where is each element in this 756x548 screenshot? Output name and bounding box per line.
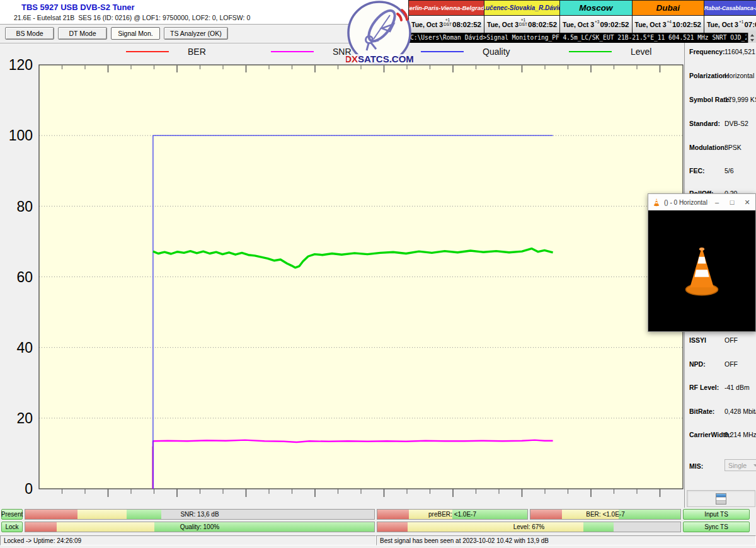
- meter-label-preber: preBER: <1.0E-7: [377, 510, 527, 519]
- param-value: Horizontal: [724, 72, 754, 79]
- meter-quality: Quality: 100%: [25, 522, 375, 532]
- param-label: RF Level:: [689, 384, 719, 391]
- clock-time-cell: Tue, Oct 3+410:02:52: [633, 16, 704, 33]
- vlc-video-area[interactable]: [648, 210, 755, 331]
- meter-label-snr: SNR: 13,6 dB: [25, 510, 374, 519]
- param-label: BitRate:: [689, 408, 714, 415]
- logo-rest: SATCS.COM: [358, 54, 413, 64]
- param-mis: MIS:Single: [689, 462, 755, 481]
- param-value: OFF: [724, 360, 738, 368]
- scroll-down-icon[interactable]: [750, 39, 754, 42]
- satellite-dish-logo-icon: DXSATCS.COM: [346, 0, 413, 67]
- param-symbol-rate: Symbol Rate:179,999 KS/s: [689, 96, 755, 115]
- vlc-close-button[interactable]: ✕: [740, 195, 755, 209]
- timezone-offset: +1: [739, 20, 743, 25]
- tz-offset-value: +3: [595, 20, 599, 25]
- tab-bs-mode[interactable]: BS Mode: [5, 27, 54, 40]
- meter-label-level: Level: 67%: [377, 522, 680, 532]
- clock-time-value: 07:02:52: [744, 21, 756, 28]
- clock-city-dubai: Dubai: [633, 1, 704, 16]
- clock-date: Tue, Oct 3: [411, 21, 443, 28]
- clock-city-berlin-paris-vienna-belgrade: Berlin-Paris-Vienna-Belgrade: [409, 1, 484, 16]
- y-axis-tick-label: 80: [16, 198, 33, 215]
- legend-label: BER: [188, 47, 206, 57]
- signal-chart-panel: BERSNRQualityLevel 020406080100120: [0, 43, 684, 508]
- timezone-offset: +1DST: [444, 18, 452, 27]
- indicator-lock[interactable]: Lock: [1, 522, 23, 532]
- mis-select[interactable]: Single: [724, 459, 756, 471]
- param-value: -41 dBm: [724, 384, 750, 391]
- clock-time-value: 08:02:52: [528, 21, 557, 28]
- clock-time-cell: Tue, Oct 3+107:02:52: [704, 16, 756, 33]
- vlc-maximize-button[interactable]: □: [724, 195, 740, 209]
- best-signal-status: Best signal has been seen at 2023-10-02 …: [376, 535, 756, 545]
- vlc-minimize-button[interactable]: –: [709, 195, 724, 209]
- clock-time-value: 09:02:52: [600, 21, 629, 28]
- legend-swatch-snr: [271, 51, 314, 52]
- param-rf-level: RF Level:-41 dBm: [689, 384, 755, 402]
- clock-city-lu-enec-slovakia-r-d-vid: Lučenec-Slovakia_R.Dávid: [484, 1, 560, 16]
- y-axis-tick-label: 0: [25, 481, 33, 497]
- app-window: TBS 5927 USB DVB-S2 Tuner 21.6E - Eutels…: [0, 0, 756, 548]
- legend-item-level: Level: [569, 47, 651, 57]
- clock-time-cell: Tue, Oct 3+1DST08:02:52: [409, 16, 484, 33]
- clock-city-rabat-casablanca-london: Rabat-Casablanca-London: [704, 1, 756, 16]
- vlc-window-title: () - 0 Horizontal 0 ...: [664, 199, 709, 206]
- meter-preber: preBER: <1.0E-7: [377, 509, 528, 520]
- param-value: 11604,521 MHz: [724, 48, 756, 55]
- param-value: 179,999 KS/s: [724, 96, 756, 103]
- param-label: Polarization:: [689, 72, 729, 79]
- chevron-down-icon: [753, 464, 756, 467]
- svg-text:DXSATCS.COM: DXSATCS.COM: [346, 54, 413, 64]
- status-bar: Locked -> Uptime: 24:26:09 Best signal h…: [0, 535, 756, 546]
- indicator-present[interactable]: Present: [1, 509, 23, 520]
- tab-dt-mode[interactable]: DT Mode: [58, 27, 107, 40]
- app-subtitle: 21.6E - Eutelsat 21B SES 16 (ID: 0216) @…: [14, 14, 250, 21]
- signal-meters: PresentSNR: 13,6 dBpreBER: <1.0E-7BER: <…: [1, 509, 755, 534]
- timezone-offset: +4: [667, 20, 672, 25]
- param-label: MIS:: [689, 462, 703, 470]
- indicator-sync-ts[interactable]: Sync TS: [683, 522, 750, 532]
- meter-row: LockQuality: 100%Level: 67%Sync TS: [1, 522, 755, 532]
- clock-time-value: 10:02:52: [672, 21, 701, 28]
- tab-ts-analyzer-ok[interactable]: TS Analyzer (OK): [164, 27, 228, 40]
- param-label: Frequency:: [689, 48, 725, 55]
- vlc-cone-logo-icon: [679, 243, 725, 299]
- app-title: TBS 5927 USB DVB-S2 Tuner: [21, 3, 135, 12]
- param-bitrate: BitRate:0,428 Mbit/s: [689, 408, 755, 426]
- param-label: Standard:: [689, 120, 720, 127]
- clock-date: Tue, Oct 3: [563, 21, 594, 28]
- vlc-window: () - 0 Horizontal 0 ... – □ ✕: [648, 193, 756, 332]
- clock-date: Tue, Oct 3: [635, 21, 667, 28]
- timezone-offset: +1DST: [519, 18, 527, 27]
- console-title-text: C:\Users\Roman Dávid>Signal Monitoring_P…: [410, 33, 747, 42]
- vlc-cone-icon: [652, 198, 661, 207]
- meter-label-quality: Quality: 100%: [25, 522, 374, 532]
- ts-status-panel: [687, 490, 755, 507]
- indicator-input-ts[interactable]: Input TS: [683, 509, 750, 520]
- param-value: DVB-S2: [724, 120, 748, 127]
- clock-date: Tue, Oct 3: [707, 21, 738, 28]
- vlc-titlebar[interactable]: () - 0 Horizontal 0 ... – □ ✕: [648, 194, 755, 210]
- logo-dx: DX: [346, 54, 358, 64]
- param-frequency: Frequency:11604,521 MHz: [689, 48, 755, 67]
- legend-swatch-level: [569, 51, 612, 52]
- world-clocks: Berlin-Paris-Vienna-BelgradeLučenec-Slov…: [408, 0, 756, 33]
- dst-label: DST: [444, 23, 452, 27]
- legend-swatch-ber: [126, 51, 169, 52]
- param-value: OFF: [724, 336, 738, 344]
- clock-date: Tue, Oct 3: [487, 21, 518, 28]
- meter-level: Level: 67%: [377, 522, 681, 532]
- transport-stream-icon: [716, 493, 726, 505]
- legend-label: Level: [631, 47, 651, 57]
- scroll-up-icon[interactable]: [750, 34, 754, 37]
- legend-item-quality: Quality: [421, 47, 510, 57]
- param-issyi: ISSYIOFF: [689, 336, 755, 355]
- console-scrollbar[interactable]: [748, 33, 756, 43]
- legend-swatch-quality: [421, 51, 464, 52]
- dst-label: DST: [519, 23, 527, 27]
- clock-time-value: 08:02:52: [452, 21, 481, 28]
- legend-label: Quality: [483, 47, 510, 57]
- tab-signal-mon[interactable]: Signal Mon.: [111, 27, 160, 40]
- meter-snr: SNR: 13,6 dB: [25, 509, 375, 520]
